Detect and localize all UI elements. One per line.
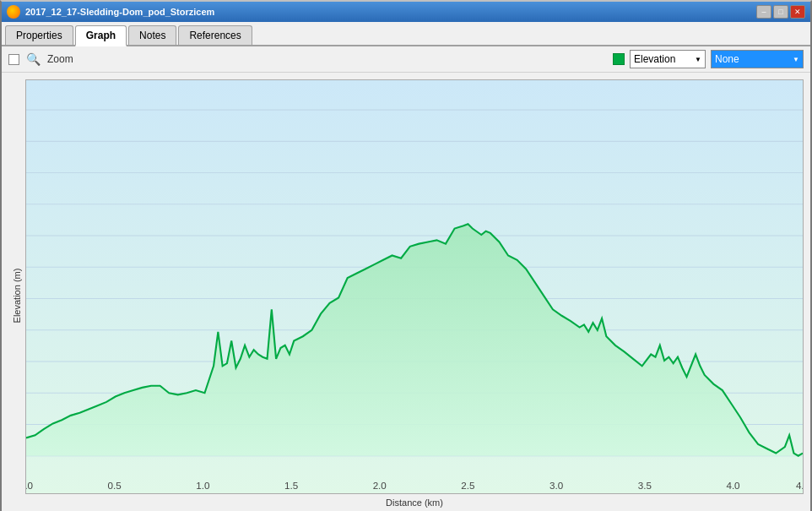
- window-title: 2017_12_17-Sledding-Dom_pod_Storzicem: [25, 7, 214, 17]
- tab-graph[interactable]: Graph: [75, 25, 127, 46]
- app-icon: [7, 5, 20, 19]
- svg-text:1.0: 1.0: [196, 480, 210, 491]
- x-axis-label: Distance (km): [25, 494, 804, 511]
- y-axis-label: Elevation (m): [8, 79, 25, 511]
- none-dropdown[interactable]: None ▼: [711, 50, 804, 68]
- elevation-dropdown-label: Elevation: [634, 53, 675, 65]
- tab-properties[interactable]: Properties: [5, 25, 73, 45]
- none-dropdown-arrow: ▼: [793, 56, 799, 63]
- svg-text:3.5: 3.5: [638, 480, 652, 491]
- none-dropdown-label: None: [715, 53, 739, 65]
- title-bar: 2017_12_17-Sledding-Dom_pod_Storzicem – …: [2, 2, 810, 22]
- title-bar-left: 2017_12_17-Sledding-Dom_pod_Storzicem: [7, 5, 214, 19]
- svg-text:1.5: 1.5: [284, 480, 298, 491]
- tab-notes[interactable]: Notes: [128, 25, 176, 45]
- svg-text:4.0: 4.0: [726, 480, 740, 491]
- zoom-label: Zoom: [47, 53, 73, 65]
- toolbar-right: Elevation ▼ None ▼: [613, 50, 804, 68]
- svg-text:2.5: 2.5: [461, 480, 474, 491]
- svg-text:3.0: 3.0: [549, 480, 564, 491]
- elevation-dropdown-arrow: ▼: [695, 56, 701, 63]
- chart-svg: 875 900 925 950 975 1000 1025 1050 1075 …: [26, 80, 803, 493]
- zoom-checkbox[interactable]: [8, 54, 19, 65]
- minimize-button[interactable]: –: [756, 5, 771, 19]
- main-window: 2017_12_17-Sledding-Dom_pod_Storzicem – …: [0, 0, 812, 511]
- zoom-icon: 🔍: [26, 52, 41, 66]
- svg-text:2.0: 2.0: [373, 480, 387, 491]
- chart-svg-container: 875 900 925 950 975 1000 1025 1050 1075 …: [25, 79, 804, 494]
- tab-bar: Properties Graph Notes References: [2, 22, 810, 46]
- tab-references[interactable]: References: [178, 25, 252, 45]
- close-button[interactable]: ✕: [790, 5, 805, 19]
- chart-area: Elevation (m): [2, 73, 810, 511]
- svg-text:0.0: 0.0: [26, 480, 34, 491]
- chart-inner: 875 900 925 950 975 1000 1025 1050 1075 …: [25, 79, 804, 511]
- chart-container: Elevation (m): [8, 79, 804, 511]
- title-buttons: – □ ✕: [756, 5, 805, 19]
- svg-text:0.5: 0.5: [108, 480, 122, 491]
- svg-text:4.4: 4.4: [796, 480, 803, 491]
- elevation-dropdown[interactable]: Elevation ▼: [630, 50, 706, 68]
- elevation-color-indicator: [613, 53, 625, 65]
- maximize-button[interactable]: □: [773, 5, 788, 19]
- toolbar: 🔍 Zoom Elevation ▼ None ▼: [2, 46, 810, 73]
